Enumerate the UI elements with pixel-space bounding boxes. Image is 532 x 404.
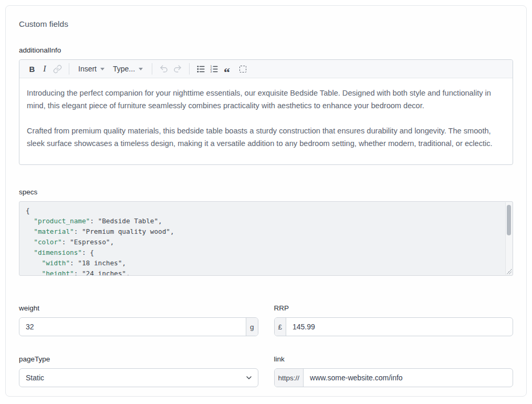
link-label: link (274, 355, 514, 364)
rrp-input-group: £ (274, 317, 514, 336)
json-line: "product_name": "Bedside Table", (26, 216, 500, 226)
toolbar-divider (69, 63, 69, 75)
type-dropdown[interactable]: Type... (109, 62, 147, 76)
link-icon (53, 65, 62, 74)
bullet-list-icon (196, 65, 205, 74)
redo-button[interactable] (171, 62, 184, 76)
link-input[interactable] (304, 369, 513, 387)
resize-handle[interactable] (506, 269, 512, 274)
weight-input-group: g (19, 317, 258, 336)
code-block-button[interactable] (236, 62, 249, 76)
page-type-label: pageType (19, 355, 258, 364)
specs-code-editor[interactable]: { "product_name": "Bedside Table", "mate… (19, 201, 513, 276)
rrp-label: RRP (274, 304, 514, 313)
undo-icon (159, 64, 169, 74)
undo-button[interactable] (157, 62, 171, 76)
json-line: "height": "24 inches", (26, 268, 500, 276)
insert-dropdown[interactable]: Insert (74, 62, 109, 76)
json-line: "material": "Premium quality wood", (26, 226, 500, 237)
scrollbar-track[interactable] (505, 202, 512, 275)
svg-text:3: 3 (210, 70, 212, 73)
ordered-list-button[interactable]: 1 2 3 (207, 62, 221, 76)
toolbar-divider (189, 63, 190, 75)
protocol-addon: https:// (275, 369, 304, 387)
rte-toolbar: B I Insert Type... (19, 60, 513, 78)
weight-input[interactable] (19, 318, 246, 336)
specs-label: specs (19, 188, 513, 196)
page-type-select[interactable]: Static (19, 368, 258, 387)
ordered-list-icon: 1 2 3 (210, 65, 218, 74)
card-title: Custom fields (19, 19, 513, 29)
additional-info-label: additionalInfo (19, 46, 513, 55)
editor-paragraph: Crafted from premium quality materials, … (27, 125, 505, 150)
json-line: "color": "Espresso", (26, 237, 500, 247)
json-line: "width": "18 inches", (26, 258, 500, 268)
custom-fields-card: Custom fields additionalInfo B I Insert (5, 5, 527, 397)
blockquote-icon: “ (224, 69, 230, 75)
bold-button[interactable]: B (26, 62, 38, 76)
json-line: { (26, 205, 500, 216)
rte-content[interactable]: Introducing the perfect companion for yo… (19, 78, 513, 164)
bullet-list-button[interactable] (194, 62, 207, 76)
chevron-down-icon (139, 68, 143, 70)
redo-icon (173, 64, 182, 74)
svg-text:1: 1 (210, 65, 212, 68)
link-button[interactable] (51, 62, 64, 76)
chevron-down-icon (100, 68, 105, 70)
blockquote-button[interactable]: “ (221, 62, 233, 76)
rrp-input[interactable] (286, 318, 513, 336)
rich-text-editor: B I Insert Type... (19, 59, 513, 165)
currency-addon: £ (275, 318, 287, 336)
weight-unit-addon: g (246, 318, 258, 336)
json-line: "dimensions": { (26, 247, 500, 258)
scrollbar-thumb[interactable] (507, 205, 511, 235)
dashed-square-icon (239, 66, 246, 72)
link-input-group: https:// (274, 368, 514, 387)
type-dropdown-label: Type... (113, 65, 135, 73)
insert-dropdown-label: Insert (78, 65, 97, 73)
page-type-select-wrap: Static (19, 368, 258, 387)
toolbar-divider (152, 63, 152, 75)
editor-paragraph: Introducing the perfect companion for yo… (27, 87, 505, 112)
specs-code-content: { "product_name": "Bedside Table", "mate… (19, 202, 513, 276)
svg-text:2: 2 (210, 68, 212, 70)
italic-button[interactable]: I (38, 62, 51, 76)
weight-label: weight (19, 304, 258, 313)
